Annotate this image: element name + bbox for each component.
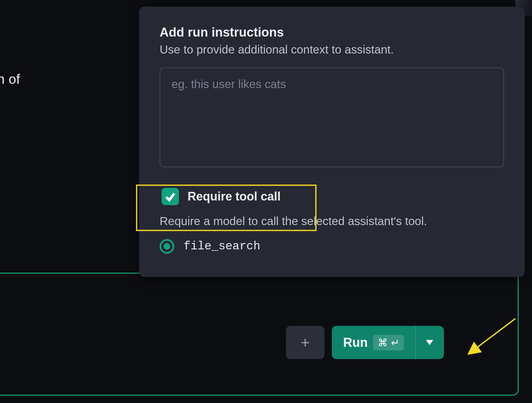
require-tool-label: Require tool call bbox=[188, 190, 281, 203]
require-tool-row[interactable]: Require tool call bbox=[160, 185, 504, 208]
run-button-label: Run bbox=[343, 336, 368, 350]
caret-down-icon bbox=[426, 340, 433, 345]
tool-radio[interactable] bbox=[160, 239, 174, 254]
add-button[interactable]: + bbox=[286, 326, 325, 359]
radio-dot-icon bbox=[164, 243, 170, 250]
require-tool-checkbox[interactable] bbox=[162, 188, 179, 205]
require-tool-description: Require a model to call the selected ass… bbox=[160, 214, 504, 228]
chat-action-bar: + Run ⌘ ↵ bbox=[286, 326, 444, 359]
instructions-input[interactable] bbox=[160, 67, 504, 167]
chat-message-text: g price on 18th of bbox=[0, 71, 20, 87]
tool-option-row[interactable]: file_search bbox=[160, 239, 504, 254]
popover-title: Add run instructions bbox=[160, 25, 504, 40]
cmd-key-icon: ⌘ bbox=[378, 337, 388, 348]
check-icon bbox=[164, 191, 176, 202]
plus-icon: + bbox=[301, 334, 310, 351]
run-options-dropdown[interactable] bbox=[415, 326, 444, 359]
run-button[interactable]: Run ⌘ ↵ bbox=[332, 326, 415, 359]
tool-name-label: file_search bbox=[184, 240, 260, 253]
run-button-group: Run ⌘ ↵ bbox=[332, 326, 444, 359]
run-instructions-popover: Add run instructions Use to provide addi… bbox=[139, 7, 525, 277]
popover-subtitle: Use to provide additional context to ass… bbox=[160, 43, 504, 56]
enter-key-icon: ↵ bbox=[391, 337, 399, 348]
keyboard-shortcut-badge: ⌘ ↵ bbox=[373, 335, 404, 350]
